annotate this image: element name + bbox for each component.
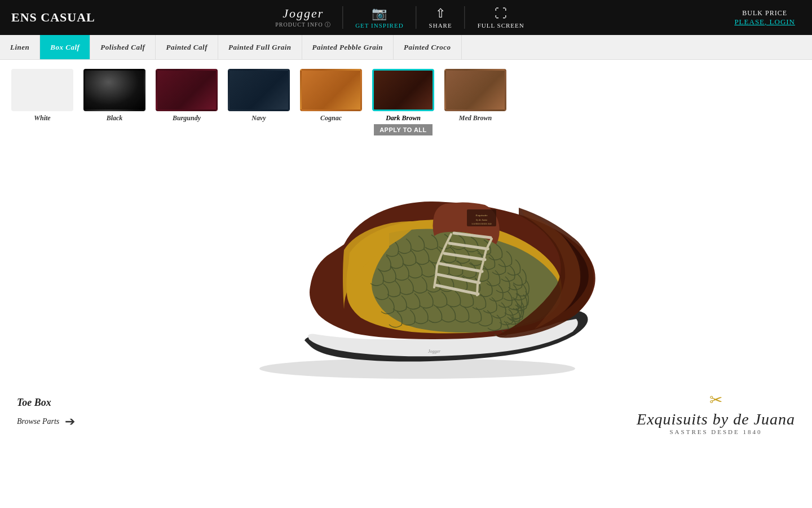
brand-tagline-text: SASTRES DESDE 1840 bbox=[637, 428, 795, 435]
bottom-section: Toe Box Browse Parts ➔ ✂ Exquisuits by d… bbox=[0, 383, 812, 443]
color-label-med-brown: Med Brown bbox=[459, 114, 492, 122]
swatch-navy bbox=[228, 69, 290, 111]
toe-box-title: Toe Box bbox=[17, 397, 75, 409]
tab-painted-calf[interactable]: Painted Calf bbox=[156, 35, 218, 59]
material-tabs-bar: Linen Box Calf Polished Calf Painted Cal… bbox=[0, 35, 812, 60]
share-label: SHARE bbox=[429, 22, 452, 29]
color-item-med-brown[interactable]: Med Brown bbox=[444, 69, 506, 122]
share-icon: ⇧ bbox=[435, 6, 445, 21]
svg-text:Jogger: Jogger bbox=[428, 349, 441, 354]
color-label-black: Black bbox=[107, 114, 123, 122]
top-navigation: ENS CASUAL Jogger PRODUCT INFO ⓘ 📷 GET I… bbox=[0, 0, 812, 35]
swatch-white bbox=[11, 69, 73, 111]
swatch-dark-brown bbox=[372, 69, 434, 111]
tab-painted-croco[interactable]: Painted Croco bbox=[394, 35, 461, 59]
fullscreen-label: FULL SCREEN bbox=[478, 22, 524, 29]
brand-name: Jogger bbox=[275, 6, 331, 21]
brand-script-text: Exquisuits by de Juana bbox=[637, 410, 795, 428]
product-name: ENS CASUAL bbox=[11, 10, 95, 25]
scissors-icon: ✂ bbox=[637, 391, 795, 409]
color-item-cognac[interactable]: Cognac bbox=[300, 69, 362, 122]
brand-logo-footer: ✂ Exquisuits by de Juana SASTRES DESDE 1… bbox=[637, 391, 795, 435]
login-link[interactable]: PLEASE, LOGIN bbox=[734, 17, 795, 27]
tab-box-calf[interactable]: Box Calf bbox=[40, 35, 90, 59]
tab-painted-full-grain[interactable]: Painted Full Grain bbox=[218, 35, 302, 59]
shoe-display-area: Exquisuits by de Juana SASTRES DESDE 184… bbox=[0, 140, 812, 383]
color-label-navy: Navy bbox=[251, 114, 266, 122]
get-inspired-button[interactable]: 📷 GET INSPIRED bbox=[343, 6, 416, 29]
color-item-dark-brown[interactable]: Dark Brown APPLY TO ALL bbox=[372, 69, 434, 135]
color-item-navy[interactable]: Navy bbox=[228, 69, 290, 122]
shoe-image: Exquisuits by de Juana SASTRES DESDE 184… bbox=[209, 143, 603, 380]
tab-painted-pebble-grain[interactable]: Painted Pebble Grain bbox=[302, 35, 394, 59]
fullscreen-button[interactable]: ⛶ FULL SCREEN bbox=[465, 6, 537, 29]
swatch-med-brown bbox=[444, 69, 506, 111]
color-label-burgundy: Burgundy bbox=[173, 114, 201, 122]
fullscreen-icon: ⛶ bbox=[495, 6, 507, 21]
browse-parts-label: Browse Parts bbox=[17, 417, 59, 426]
color-item-black[interactable]: Black bbox=[83, 69, 145, 122]
camera-icon: 📷 bbox=[372, 6, 387, 21]
toe-box-info: Toe Box Browse Parts ➔ bbox=[17, 397, 75, 429]
color-label-dark-brown: Dark Brown bbox=[386, 114, 421, 122]
color-label-cognac: Cognac bbox=[320, 114, 342, 122]
swatch-black bbox=[83, 69, 145, 111]
tab-linen[interactable]: Linen bbox=[0, 35, 40, 59]
brand-logo-nav: Jogger PRODUCT INFO ⓘ bbox=[275, 6, 343, 29]
get-inspired-label: GET INSPIRED bbox=[355, 22, 403, 29]
svg-text:SASTRES DESDE 1840: SASTRES DESDE 1840 bbox=[471, 223, 491, 225]
bulk-price-label: BULK PRICE bbox=[734, 9, 795, 17]
tab-polished-calf[interactable]: Polished Calf bbox=[90, 35, 156, 59]
color-label-white: White bbox=[34, 114, 50, 122]
share-button[interactable]: ⇧ SHARE bbox=[417, 6, 465, 29]
svg-text:by de Juana: by de Juana bbox=[476, 218, 487, 221]
shoe-svg: Exquisuits by de Juana SASTRES DESDE 184… bbox=[209, 143, 603, 380]
apply-to-all-button[interactable]: APPLY TO ALL bbox=[374, 124, 433, 135]
swatch-burgundy bbox=[156, 69, 218, 111]
browse-parts-row[interactable]: Browse Parts ➔ bbox=[17, 414, 75, 429]
arrow-right-icon: ➔ bbox=[65, 414, 75, 429]
nav-center: Jogger PRODUCT INFO ⓘ 📷 GET INSPIRED ⇧ S… bbox=[275, 6, 536, 29]
swatch-cognac bbox=[300, 69, 362, 111]
color-item-burgundy[interactable]: Burgundy bbox=[156, 69, 218, 122]
bulk-price-section: BULK PRICE PLEASE, LOGIN bbox=[734, 9, 795, 27]
color-swatches-section: White Black Burgundy Navy Cognac Dark Br… bbox=[0, 60, 812, 140]
svg-text:Exquisuits: Exquisuits bbox=[475, 214, 488, 217]
color-item-white[interactable]: White bbox=[11, 69, 73, 122]
product-info-label[interactable]: PRODUCT INFO ⓘ bbox=[275, 21, 331, 29]
